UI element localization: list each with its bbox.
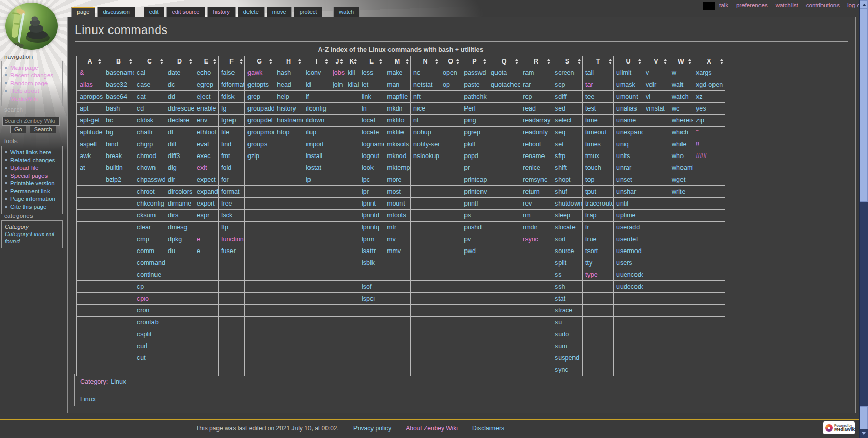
column-header-C[interactable]: C [134,56,165,67]
command-link-export[interactable]: export [197,200,215,207]
command-link-su[interactable]: su [555,319,562,326]
command-link-eject[interactable]: eject [197,93,210,100]
command-link-at[interactable]: at [80,164,85,171]
command-link-uname[interactable]: uname [616,117,636,124]
command-link-kilall[interactable]: kilall [348,81,359,88]
command-link-nice[interactable]: nice [413,105,425,112]
command-link-zip[interactable]: zip [696,117,704,124]
command-link-getopts[interactable]: getopts [247,81,269,88]
command-link-set[interactable]: set [555,140,564,148]
command-link-w[interactable]: w [672,69,676,76]
command-link-mknod[interactable]: mknod [387,152,407,160]
command-link-logname[interactable]: logname [362,140,384,148]
command-link-uuencode[interactable]: uuencode [616,271,643,278]
command-link-pgrep[interactable]: pgrep [464,129,481,136]
command-link-sleep[interactable]: sleep [555,212,570,219]
command-link-groups[interactable]: groups [247,140,267,148]
command-link-mtools[interactable]: mtools [387,212,406,219]
command-link-quotacheck[interactable]: quotacheck [491,81,520,88]
command-link-fg[interactable]: fg [221,105,226,112]
command-link-nslookup[interactable]: nslookup [413,152,439,160]
command-link-builtin[interactable]: builtin [106,164,123,171]
command-link-nft[interactable]: nft [413,93,421,100]
command-link-watch[interactable]: watch [672,93,689,100]
command-link-unshar[interactable]: unshar [616,188,636,195]
command-link-chroot[interactable]: chroot [137,188,155,195]
tab-edit[interactable]: edit [144,7,164,17]
command-link-du[interactable]: du [168,247,175,255]
command-link-tput[interactable]: tput [585,188,596,195]
command-link-suspend[interactable]: suspend [555,354,579,362]
command-link-aspell[interactable]: aspell [80,140,97,148]
command-link-alias[interactable]: alias [80,81,93,88]
go-button[interactable]: Go [10,125,26,133]
command-link-lprint[interactable]: lprint [362,200,376,207]
command-link-gawk[interactable]: gawk [247,69,262,76]
command-link-touch[interactable]: touch [585,164,601,171]
column-header-S[interactable]: S [552,56,583,67]
command-link-ln[interactable]: ln [362,105,367,112]
command-link-uptime[interactable]: uptime [616,212,636,219]
command-link-function[interactable]: function [221,236,244,243]
command-link-diff[interactable]: diff [168,140,176,148]
powered-by-mediawiki-badge[interactable]: Powered by MediaWiki [823,421,855,434]
command-link-jobs[interactable]: jobs [333,69,345,76]
command-link-sort[interactable]: sort [555,236,566,243]
command-link-lprm[interactable]: lprm [362,236,374,243]
command-link-logout[interactable]: logout [362,152,379,160]
command-link-sudo[interactable]: sudo [555,331,569,338]
wiki-logo[interactable] [5,3,58,50]
command-link-source[interactable]: source [555,247,575,255]
command-link-nc[interactable]: nc [413,69,420,76]
command-link-cfdisk[interactable]: cfdisk [137,117,153,124]
command-link-trap[interactable]: trap [585,212,597,219]
command-link-curl[interactable]: curl [137,342,147,350]
column-header-D[interactable]: D [165,56,194,67]
column-header-O[interactable]: O [440,56,461,67]
command-link-useradd[interactable]: useradd [616,224,640,231]
command-link-ulimit[interactable]: ulimit [616,69,631,76]
command-link-cron[interactable]: cron [137,307,149,314]
command-link-select[interactable]: select [555,117,572,124]
tab-history[interactable]: history [207,7,235,17]
command-link-continue[interactable]: continue [137,271,161,278]
command-link-basename[interactable]: basename [106,69,134,76]
command-link-xgd-open[interactable]: xgd-open [696,81,723,88]
command-link-pwd[interactable]: pwd [464,247,476,255]
command-link-diff3[interactable]: diff3 [168,152,180,160]
command-link-shift[interactable]: shift [555,164,567,171]
column-header-G[interactable]: G [245,56,274,67]
command-link-dd[interactable]: dd [168,93,175,100]
tab-edit-source[interactable]: edit source [166,7,206,17]
command-link-userdel[interactable]: userdel [616,236,638,243]
command-link-enable[interactable]: enable [197,105,216,112]
command-link-who[interactable]: who [672,152,684,160]
command-link-mount[interactable]: mount [387,200,405,207]
command-link-date[interactable]: date [168,69,180,76]
command-link-lsblk[interactable]: lsblk [362,259,375,267]
command-link-apropos[interactable]: apropos [80,93,103,100]
search-button[interactable]: Search [30,125,56,133]
command-link-readarray[interactable]: readarray [523,117,551,124]
command-link-sed[interactable]: sed [555,105,565,112]
command-link-dirname[interactable]: dirname [168,200,191,207]
command-link-sdiff[interactable]: sdiff [555,93,567,100]
tool-item-printable-version[interactable]: Printable version [10,180,55,186]
command-link-notify-send[interactable]: notify-send [413,140,440,148]
command-link-item[interactable]: ‼ [696,140,699,148]
command-link-declare[interactable]: declare [168,117,189,124]
command-link-shopt[interactable]: shopt [555,176,571,183]
command-link-let[interactable]: let [362,81,368,88]
command-link-for[interactable]: for [221,176,229,183]
command-link-chpasswd[interactable]: chpasswd [137,176,165,183]
command-link-head[interactable]: head [277,81,291,88]
command-link-cmp[interactable]: cmp [137,236,149,243]
command-link-quota[interactable]: quota [491,69,507,76]
command-link-most[interactable]: most [387,188,401,195]
command-link-times[interactable]: times [585,140,601,148]
command-link-while[interactable]: while [672,140,687,148]
category-label[interactable]: Category: [80,378,108,385]
command-link-mkfifo[interactable]: mkfifo [387,117,404,124]
command-link-make[interactable]: make [387,69,403,76]
command-link-hash[interactable]: hash [277,69,291,76]
